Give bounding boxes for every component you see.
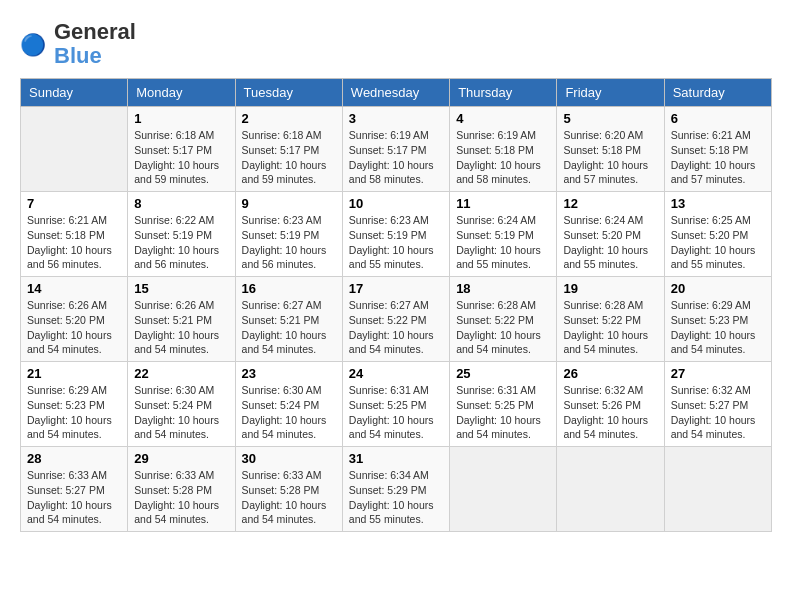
calendar-week-row: 7 Sunrise: 6:21 AM Sunset: 5:18 PM Dayli… [21,192,772,277]
weekday-header-thursday: Thursday [450,79,557,107]
calendar-cell: 20 Sunrise: 6:29 AM Sunset: 5:23 PM Dayl… [664,277,771,362]
weekday-header-saturday: Saturday [664,79,771,107]
day-info: Sunrise: 6:27 AM Sunset: 5:21 PM Dayligh… [242,298,336,357]
calendar-week-row: 21 Sunrise: 6:29 AM Sunset: 5:23 PM Dayl… [21,362,772,447]
day-number: 30 [242,451,336,466]
calendar-cell: 17 Sunrise: 6:27 AM Sunset: 5:22 PM Dayl… [342,277,449,362]
day-info: Sunrise: 6:22 AM Sunset: 5:19 PM Dayligh… [134,213,228,272]
day-number: 28 [27,451,121,466]
weekday-header-wednesday: Wednesday [342,79,449,107]
day-number: 13 [671,196,765,211]
calendar-week-row: 1 Sunrise: 6:18 AM Sunset: 5:17 PM Dayli… [21,107,772,192]
day-number: 31 [349,451,443,466]
weekday-header-row: SundayMondayTuesdayWednesdayThursdayFrid… [21,79,772,107]
day-info: Sunrise: 6:30 AM Sunset: 5:24 PM Dayligh… [242,383,336,442]
day-info: Sunrise: 6:29 AM Sunset: 5:23 PM Dayligh… [671,298,765,357]
calendar-cell: 11 Sunrise: 6:24 AM Sunset: 5:19 PM Dayl… [450,192,557,277]
day-info: Sunrise: 6:29 AM Sunset: 5:23 PM Dayligh… [27,383,121,442]
calendar-week-row: 28 Sunrise: 6:33 AM Sunset: 5:27 PM Dayl… [21,447,772,532]
calendar-table: SundayMondayTuesdayWednesdayThursdayFrid… [20,78,772,532]
day-info: Sunrise: 6:23 AM Sunset: 5:19 PM Dayligh… [242,213,336,272]
calendar-cell: 2 Sunrise: 6:18 AM Sunset: 5:17 PM Dayli… [235,107,342,192]
logo-bird-icon: 🔵 [20,29,50,59]
logo-text: GeneralBlue [54,20,136,68]
day-info: Sunrise: 6:19 AM Sunset: 5:17 PM Dayligh… [349,128,443,187]
day-number: 1 [134,111,228,126]
day-number: 25 [456,366,550,381]
day-number: 24 [349,366,443,381]
calendar-cell: 1 Sunrise: 6:18 AM Sunset: 5:17 PM Dayli… [128,107,235,192]
day-number: 22 [134,366,228,381]
day-info: Sunrise: 6:30 AM Sunset: 5:24 PM Dayligh… [134,383,228,442]
day-number: 14 [27,281,121,296]
calendar-cell: 22 Sunrise: 6:30 AM Sunset: 5:24 PM Dayl… [128,362,235,447]
calendar-cell [664,447,771,532]
day-info: Sunrise: 6:28 AM Sunset: 5:22 PM Dayligh… [563,298,657,357]
day-number: 17 [349,281,443,296]
day-info: Sunrise: 6:26 AM Sunset: 5:21 PM Dayligh… [134,298,228,357]
calendar-cell [450,447,557,532]
day-info: Sunrise: 6:21 AM Sunset: 5:18 PM Dayligh… [27,213,121,272]
calendar-cell: 5 Sunrise: 6:20 AM Sunset: 5:18 PM Dayli… [557,107,664,192]
calendar-cell: 10 Sunrise: 6:23 AM Sunset: 5:19 PM Dayl… [342,192,449,277]
svg-text:🔵: 🔵 [20,32,47,58]
day-info: Sunrise: 6:32 AM Sunset: 5:27 PM Dayligh… [671,383,765,442]
day-number: 9 [242,196,336,211]
calendar-cell: 31 Sunrise: 6:34 AM Sunset: 5:29 PM Dayl… [342,447,449,532]
day-info: Sunrise: 6:24 AM Sunset: 5:19 PM Dayligh… [456,213,550,272]
day-info: Sunrise: 6:34 AM Sunset: 5:29 PM Dayligh… [349,468,443,527]
calendar-cell: 4 Sunrise: 6:19 AM Sunset: 5:18 PM Dayli… [450,107,557,192]
day-number: 2 [242,111,336,126]
day-number: 4 [456,111,550,126]
weekday-header-friday: Friday [557,79,664,107]
calendar-cell: 13 Sunrise: 6:25 AM Sunset: 5:20 PM Dayl… [664,192,771,277]
day-number: 29 [134,451,228,466]
day-number: 19 [563,281,657,296]
calendar-cell: 19 Sunrise: 6:28 AM Sunset: 5:22 PM Dayl… [557,277,664,362]
day-number: 3 [349,111,443,126]
calendar-cell: 23 Sunrise: 6:30 AM Sunset: 5:24 PM Dayl… [235,362,342,447]
calendar-cell: 6 Sunrise: 6:21 AM Sunset: 5:18 PM Dayli… [664,107,771,192]
logo: 🔵 GeneralBlue [20,20,136,68]
calendar-cell: 8 Sunrise: 6:22 AM Sunset: 5:19 PM Dayli… [128,192,235,277]
calendar-cell: 16 Sunrise: 6:27 AM Sunset: 5:21 PM Dayl… [235,277,342,362]
calendar-cell: 7 Sunrise: 6:21 AM Sunset: 5:18 PM Dayli… [21,192,128,277]
day-info: Sunrise: 6:18 AM Sunset: 5:17 PM Dayligh… [242,128,336,187]
day-number: 11 [456,196,550,211]
day-number: 6 [671,111,765,126]
calendar-cell [21,107,128,192]
calendar-cell: 15 Sunrise: 6:26 AM Sunset: 5:21 PM Dayl… [128,277,235,362]
day-info: Sunrise: 6:21 AM Sunset: 5:18 PM Dayligh… [671,128,765,187]
day-number: 21 [27,366,121,381]
day-info: Sunrise: 6:33 AM Sunset: 5:28 PM Dayligh… [134,468,228,527]
day-info: Sunrise: 6:31 AM Sunset: 5:25 PM Dayligh… [349,383,443,442]
day-number: 27 [671,366,765,381]
calendar-cell: 30 Sunrise: 6:33 AM Sunset: 5:28 PM Dayl… [235,447,342,532]
day-info: Sunrise: 6:23 AM Sunset: 5:19 PM Dayligh… [349,213,443,272]
weekday-header-monday: Monday [128,79,235,107]
page-header: 🔵 GeneralBlue [20,20,772,68]
day-info: Sunrise: 6:18 AM Sunset: 5:17 PM Dayligh… [134,128,228,187]
weekday-header-tuesday: Tuesday [235,79,342,107]
day-info: Sunrise: 6:25 AM Sunset: 5:20 PM Dayligh… [671,213,765,272]
day-info: Sunrise: 6:19 AM Sunset: 5:18 PM Dayligh… [456,128,550,187]
calendar-cell: 25 Sunrise: 6:31 AM Sunset: 5:25 PM Dayl… [450,362,557,447]
day-number: 12 [563,196,657,211]
calendar-week-row: 14 Sunrise: 6:26 AM Sunset: 5:20 PM Dayl… [21,277,772,362]
calendar-cell: 12 Sunrise: 6:24 AM Sunset: 5:20 PM Dayl… [557,192,664,277]
day-number: 18 [456,281,550,296]
day-info: Sunrise: 6:27 AM Sunset: 5:22 PM Dayligh… [349,298,443,357]
calendar-cell: 29 Sunrise: 6:33 AM Sunset: 5:28 PM Dayl… [128,447,235,532]
weekday-header-sunday: Sunday [21,79,128,107]
day-number: 7 [27,196,121,211]
day-info: Sunrise: 6:28 AM Sunset: 5:22 PM Dayligh… [456,298,550,357]
day-info: Sunrise: 6:33 AM Sunset: 5:28 PM Dayligh… [242,468,336,527]
day-number: 20 [671,281,765,296]
day-number: 10 [349,196,443,211]
calendar-cell: 28 Sunrise: 6:33 AM Sunset: 5:27 PM Dayl… [21,447,128,532]
calendar-cell: 21 Sunrise: 6:29 AM Sunset: 5:23 PM Dayl… [21,362,128,447]
calendar-cell: 27 Sunrise: 6:32 AM Sunset: 5:27 PM Dayl… [664,362,771,447]
day-number: 26 [563,366,657,381]
day-info: Sunrise: 6:20 AM Sunset: 5:18 PM Dayligh… [563,128,657,187]
day-info: Sunrise: 6:32 AM Sunset: 5:26 PM Dayligh… [563,383,657,442]
